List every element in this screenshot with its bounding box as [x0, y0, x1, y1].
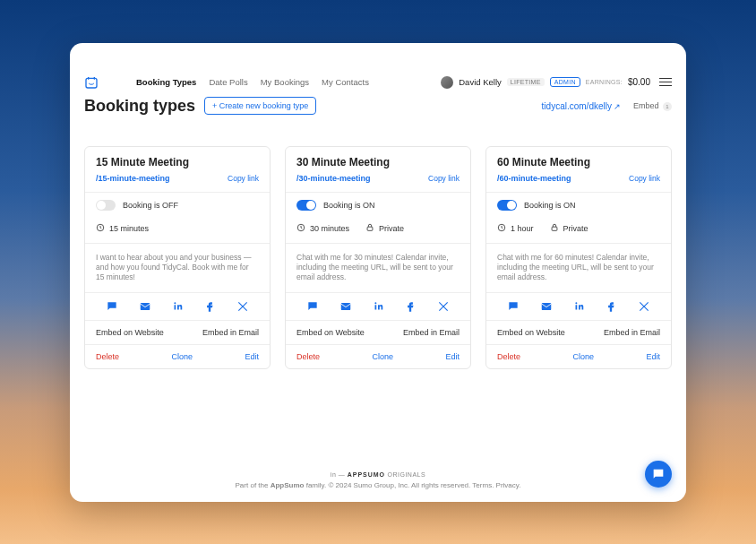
copy-link-button[interactable]: Copy link: [428, 174, 460, 183]
clone-button[interactable]: Clone: [572, 352, 594, 361]
embed-email-button[interactable]: Embed in Email: [403, 328, 460, 337]
chat-icon: [651, 467, 666, 481]
card-description: I want to hear about you and your busine…: [85, 243, 270, 292]
badge-admin: ADMIN: [550, 77, 580, 87]
card-description: Chat with me for 60 minutes! Calendar in…: [486, 243, 671, 292]
svg-rect-5: [367, 227, 373, 230]
badge-lifetime: LIFETIME: [507, 78, 545, 86]
email-icon[interactable]: [339, 300, 352, 313]
duration-text: 30 minutes: [310, 224, 349, 233]
social-share-row: [286, 292, 470, 320]
card-title: 30 Minute Meeting: [296, 156, 460, 168]
lock-icon: [550, 223, 559, 234]
booking-toggle[interactable]: [296, 200, 316, 211]
x-icon[interactable]: [638, 300, 650, 313]
nav-booking-types[interactable]: Booking Types: [136, 77, 196, 87]
action-row: Delete Clone Edit: [486, 344, 671, 368]
facebook-icon[interactable]: [605, 300, 617, 313]
chat-icon[interactable]: [306, 300, 319, 313]
chat-fab[interactable]: [645, 461, 672, 488]
embed-count-badge: 1: [663, 102, 672, 111]
booking-status-text: Booking is ON: [323, 201, 375, 210]
edit-button[interactable]: Edit: [445, 352, 460, 361]
embed-row: Embed on Website Embed in Email: [85, 320, 270, 344]
privacy-text: Private: [379, 224, 404, 233]
svg-rect-9: [552, 227, 557, 230]
subheader: Booking types + Create new booking type …: [70, 97, 686, 125]
clock-icon: [96, 223, 105, 234]
action-row: Delete Clone Edit: [286, 344, 470, 368]
delete-button[interactable]: Delete: [296, 352, 320, 361]
booking-toggle[interactable]: [96, 200, 116, 211]
embed-email-button[interactable]: Embed in Email: [202, 328, 259, 337]
copy-link-button[interactable]: Copy link: [629, 174, 660, 183]
clock-icon: [296, 223, 305, 234]
social-share-row: [486, 292, 671, 320]
email-icon[interactable]: [540, 300, 553, 313]
embed-website-button[interactable]: Embed on Website: [296, 328, 365, 337]
duration-text: 15 minutes: [109, 224, 149, 233]
linkedin-icon[interactable]: [372, 300, 384, 313]
svg-rect-10: [541, 303, 551, 310]
create-booking-type-button[interactable]: + Create new booking type: [204, 97, 316, 115]
clone-button[interactable]: Clone: [171, 352, 193, 361]
cards-container: 15 Minute Meeting /15-minute-meeting Cop…: [70, 125, 686, 369]
app-logo-icon[interactable]: [84, 75, 99, 90]
menu-icon[interactable]: [659, 75, 672, 89]
edit-button[interactable]: Edit: [646, 352, 660, 361]
earnings-amount[interactable]: $0.00: [628, 77, 650, 87]
delete-button[interactable]: Delete: [96, 352, 119, 361]
embed-website-button[interactable]: Embed on Website: [497, 328, 565, 337]
chat-icon[interactable]: [106, 300, 118, 313]
earnings-label: EARNINGS:: [586, 79, 623, 85]
svg-rect-2: [140, 303, 150, 310]
embed-website-button[interactable]: Embed on Website: [96, 328, 164, 337]
share-url-link[interactable]: tidycal.com/dkelly↗: [542, 101, 621, 111]
privacy-indicator: Private: [365, 223, 404, 234]
privacy-link[interactable]: Privacy.: [496, 481, 521, 489]
copy-link-button[interactable]: Copy link: [228, 174, 259, 183]
nav-date-polls[interactable]: Date Polls: [209, 77, 247, 87]
avatar[interactable]: [441, 76, 453, 89]
social-share-row: [85, 292, 270, 320]
username[interactable]: David Kelly: [459, 77, 502, 87]
facebook-icon[interactable]: [203, 300, 216, 313]
svg-rect-0: [86, 78, 97, 88]
share-url-text: tidycal.com/dkelly: [542, 101, 612, 111]
edit-button[interactable]: Edit: [245, 352, 259, 361]
action-row: Delete Clone Edit: [85, 344, 270, 368]
slug-link[interactable]: /30-minute-meeting: [296, 174, 371, 183]
duration-text: 1 hour: [511, 224, 534, 233]
x-icon[interactable]: [236, 300, 249, 313]
clone-button[interactable]: Clone: [372, 352, 393, 361]
slug-link[interactable]: /60-minute-meeting: [497, 174, 571, 183]
embed-email-button[interactable]: Embed in Email: [604, 328, 660, 337]
duration-indicator: 30 minutes: [296, 223, 349, 234]
x-icon[interactable]: [437, 300, 450, 313]
slug-link[interactable]: /15-minute-meeting: [96, 174, 170, 183]
app-window: Booking Types Date Polls My Bookings My …: [70, 43, 686, 502]
topbar: Booking Types Date Polls My Bookings My …: [70, 66, 686, 97]
embed-row: Embed on Website Embed in Email: [486, 320, 671, 344]
footer-brand: in — APPSUMO ORIGINALS: [70, 471, 686, 478]
chat-icon[interactable]: [507, 300, 520, 313]
linkedin-icon[interactable]: [572, 300, 585, 313]
embed-link[interactable]: Embed 1: [633, 101, 672, 111]
main-nav: Booking Types Date Polls My Bookings My …: [136, 77, 441, 87]
duration-indicator: 1 hour: [497, 223, 534, 234]
email-icon[interactable]: [139, 300, 151, 313]
facebook-icon[interactable]: [404, 300, 417, 313]
embed-row: Embed on Website Embed in Email: [286, 320, 470, 344]
nav-my-contacts[interactable]: My Contacts: [322, 77, 369, 87]
booking-status-text: Booking is OFF: [123, 201, 178, 210]
linkedin-icon[interactable]: [171, 300, 184, 313]
user-area: David Kelly LIFETIME ADMIN EARNINGS: $0.…: [441, 75, 672, 89]
footer: in — APPSUMO ORIGINALS Part of the AppSu…: [70, 464, 686, 502]
terms-link[interactable]: Terms.: [472, 481, 494, 489]
delete-button[interactable]: Delete: [497, 352, 520, 361]
booking-toggle[interactable]: [497, 200, 517, 211]
nav-my-bookings[interactable]: My Bookings: [261, 77, 309, 87]
card-description: Chat with me for 30 minutes! Calendar in…: [286, 243, 470, 292]
card-title: 60 Minute Meeting: [497, 156, 660, 168]
embed-label: Embed: [633, 101, 659, 110]
